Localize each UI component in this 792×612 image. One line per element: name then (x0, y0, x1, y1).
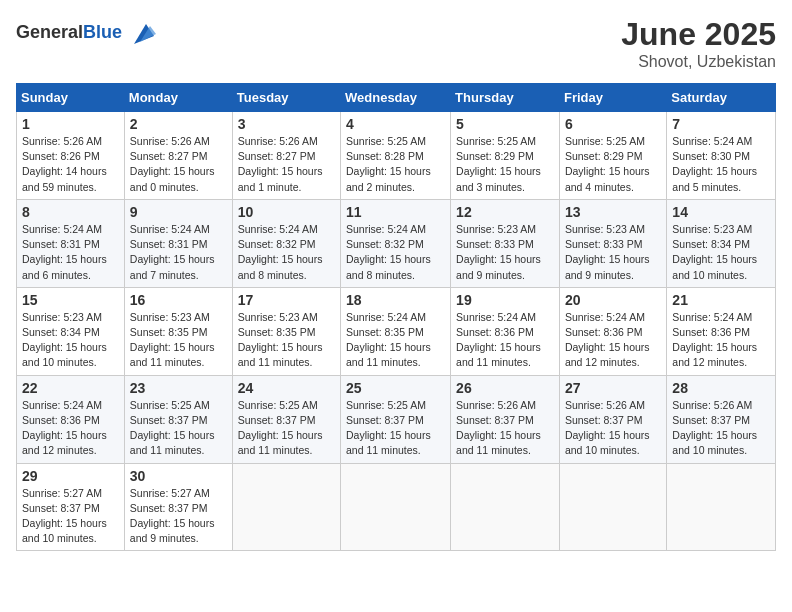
calendar-cell (232, 463, 340, 551)
day-number: 2 (130, 116, 227, 132)
calendar-cell: 5Sunrise: 5:25 AMSunset: 8:29 PMDaylight… (451, 112, 560, 200)
cell-content: Sunrise: 5:23 AMSunset: 8:33 PMDaylight:… (456, 222, 554, 283)
day-number: 20 (565, 292, 661, 308)
calendar-cell: 16Sunrise: 5:23 AMSunset: 8:35 PMDayligh… (124, 287, 232, 375)
cell-content: Sunrise: 5:26 AMSunset: 8:37 PMDaylight:… (456, 398, 554, 459)
cell-content: Sunrise: 5:25 AMSunset: 8:37 PMDaylight:… (346, 398, 445, 459)
day-number: 12 (456, 204, 554, 220)
weekday-header-wednesday: Wednesday (341, 84, 451, 112)
cell-content: Sunrise: 5:24 AMSunset: 8:32 PMDaylight:… (346, 222, 445, 283)
calendar-cell: 30Sunrise: 5:27 AMSunset: 8:37 PMDayligh… (124, 463, 232, 551)
calendar-cell: 14Sunrise: 5:23 AMSunset: 8:34 PMDayligh… (667, 199, 776, 287)
week-row-1: 1Sunrise: 5:26 AMSunset: 8:26 PMDaylight… (17, 112, 776, 200)
day-number: 5 (456, 116, 554, 132)
location-title: Shovot, Uzbekistan (621, 53, 776, 71)
cell-content: Sunrise: 5:24 AMSunset: 8:31 PMDaylight:… (130, 222, 227, 283)
day-number: 17 (238, 292, 335, 308)
day-number: 15 (22, 292, 119, 308)
calendar-cell: 26Sunrise: 5:26 AMSunset: 8:37 PMDayligh… (451, 375, 560, 463)
calendar-cell: 17Sunrise: 5:23 AMSunset: 8:35 PMDayligh… (232, 287, 340, 375)
cell-content: Sunrise: 5:23 AMSunset: 8:34 PMDaylight:… (672, 222, 770, 283)
day-number: 27 (565, 380, 661, 396)
cell-content: Sunrise: 5:25 AMSunset: 8:29 PMDaylight:… (456, 134, 554, 195)
day-number: 3 (238, 116, 335, 132)
cell-content: Sunrise: 5:25 AMSunset: 8:28 PMDaylight:… (346, 134, 445, 195)
logo-general: General (16, 22, 83, 42)
day-number: 6 (565, 116, 661, 132)
day-number: 1 (22, 116, 119, 132)
day-number: 14 (672, 204, 770, 220)
calendar-cell: 19Sunrise: 5:24 AMSunset: 8:36 PMDayligh… (451, 287, 560, 375)
cell-content: Sunrise: 5:26 AMSunset: 8:26 PMDaylight:… (22, 134, 119, 195)
day-number: 19 (456, 292, 554, 308)
calendar-cell: 21Sunrise: 5:24 AMSunset: 8:36 PMDayligh… (667, 287, 776, 375)
cell-content: Sunrise: 5:26 AMSunset: 8:27 PMDaylight:… (130, 134, 227, 195)
cell-content: Sunrise: 5:24 AMSunset: 8:36 PMDaylight:… (456, 310, 554, 371)
day-number: 10 (238, 204, 335, 220)
calendar-cell (667, 463, 776, 551)
cell-content: Sunrise: 5:26 AMSunset: 8:37 PMDaylight:… (672, 398, 770, 459)
cell-content: Sunrise: 5:26 AMSunset: 8:27 PMDaylight:… (238, 134, 335, 195)
calendar-cell: 15Sunrise: 5:23 AMSunset: 8:34 PMDayligh… (17, 287, 125, 375)
cell-content: Sunrise: 5:23 AMSunset: 8:35 PMDaylight:… (130, 310, 227, 371)
cell-content: Sunrise: 5:26 AMSunset: 8:37 PMDaylight:… (565, 398, 661, 459)
day-number: 7 (672, 116, 770, 132)
day-number: 26 (456, 380, 554, 396)
calendar-cell: 22Sunrise: 5:24 AMSunset: 8:36 PMDayligh… (17, 375, 125, 463)
calendar-cell: 4Sunrise: 5:25 AMSunset: 8:28 PMDaylight… (341, 112, 451, 200)
cell-content: Sunrise: 5:24 AMSunset: 8:36 PMDaylight:… (565, 310, 661, 371)
calendar-cell: 18Sunrise: 5:24 AMSunset: 8:35 PMDayligh… (341, 287, 451, 375)
weekday-header-monday: Monday (124, 84, 232, 112)
calendar-cell: 20Sunrise: 5:24 AMSunset: 8:36 PMDayligh… (559, 287, 666, 375)
calendar-cell: 9Sunrise: 5:24 AMSunset: 8:31 PMDaylight… (124, 199, 232, 287)
calendar-cell: 1Sunrise: 5:26 AMSunset: 8:26 PMDaylight… (17, 112, 125, 200)
calendar-cell: 28Sunrise: 5:26 AMSunset: 8:37 PMDayligh… (667, 375, 776, 463)
calendar-cell: 7Sunrise: 5:24 AMSunset: 8:30 PMDaylight… (667, 112, 776, 200)
cell-content: Sunrise: 5:27 AMSunset: 8:37 PMDaylight:… (130, 486, 227, 547)
cell-content: Sunrise: 5:23 AMSunset: 8:34 PMDaylight:… (22, 310, 119, 371)
weekday-header-tuesday: Tuesday (232, 84, 340, 112)
logo-blue: Blue (83, 22, 122, 42)
day-number: 28 (672, 380, 770, 396)
week-row-3: 15Sunrise: 5:23 AMSunset: 8:34 PMDayligh… (17, 287, 776, 375)
cell-content: Sunrise: 5:25 AMSunset: 8:37 PMDaylight:… (130, 398, 227, 459)
day-number: 22 (22, 380, 119, 396)
calendar-cell: 3Sunrise: 5:26 AMSunset: 8:27 PMDaylight… (232, 112, 340, 200)
day-number: 21 (672, 292, 770, 308)
calendar-cell: 10Sunrise: 5:24 AMSunset: 8:32 PMDayligh… (232, 199, 340, 287)
calendar-cell: 11Sunrise: 5:24 AMSunset: 8:32 PMDayligh… (341, 199, 451, 287)
calendar-cell: 27Sunrise: 5:26 AMSunset: 8:37 PMDayligh… (559, 375, 666, 463)
page-header: GeneralBlue June 2025 Shovot, Uzbekistan (16, 16, 776, 71)
day-number: 4 (346, 116, 445, 132)
week-row-4: 22Sunrise: 5:24 AMSunset: 8:36 PMDayligh… (17, 375, 776, 463)
cell-content: Sunrise: 5:27 AMSunset: 8:37 PMDaylight:… (22, 486, 119, 547)
day-number: 24 (238, 380, 335, 396)
calendar-cell (451, 463, 560, 551)
logo: GeneralBlue (16, 16, 156, 48)
day-number: 30 (130, 468, 227, 484)
calendar-cell: 2Sunrise: 5:26 AMSunset: 8:27 PMDaylight… (124, 112, 232, 200)
weekday-header-friday: Friday (559, 84, 666, 112)
week-row-5: 29Sunrise: 5:27 AMSunset: 8:37 PMDayligh… (17, 463, 776, 551)
logo-icon (124, 16, 156, 48)
calendar-cell: 13Sunrise: 5:23 AMSunset: 8:33 PMDayligh… (559, 199, 666, 287)
day-number: 13 (565, 204, 661, 220)
cell-content: Sunrise: 5:24 AMSunset: 8:35 PMDaylight:… (346, 310, 445, 371)
day-number: 8 (22, 204, 119, 220)
calendar-cell: 25Sunrise: 5:25 AMSunset: 8:37 PMDayligh… (341, 375, 451, 463)
day-number: 25 (346, 380, 445, 396)
weekday-header-saturday: Saturday (667, 84, 776, 112)
cell-content: Sunrise: 5:23 AMSunset: 8:33 PMDaylight:… (565, 222, 661, 283)
week-row-2: 8Sunrise: 5:24 AMSunset: 8:31 PMDaylight… (17, 199, 776, 287)
title-area: June 2025 Shovot, Uzbekistan (621, 16, 776, 71)
cell-content: Sunrise: 5:24 AMSunset: 8:30 PMDaylight:… (672, 134, 770, 195)
calendar-cell: 23Sunrise: 5:25 AMSunset: 8:37 PMDayligh… (124, 375, 232, 463)
calendar-cell (559, 463, 666, 551)
month-title: June 2025 (621, 16, 776, 53)
weekday-header-row: SundayMondayTuesdayWednesdayThursdayFrid… (17, 84, 776, 112)
weekday-header-sunday: Sunday (17, 84, 125, 112)
calendar-cell: 6Sunrise: 5:25 AMSunset: 8:29 PMDaylight… (559, 112, 666, 200)
day-number: 18 (346, 292, 445, 308)
day-number: 9 (130, 204, 227, 220)
cell-content: Sunrise: 5:24 AMSunset: 8:32 PMDaylight:… (238, 222, 335, 283)
